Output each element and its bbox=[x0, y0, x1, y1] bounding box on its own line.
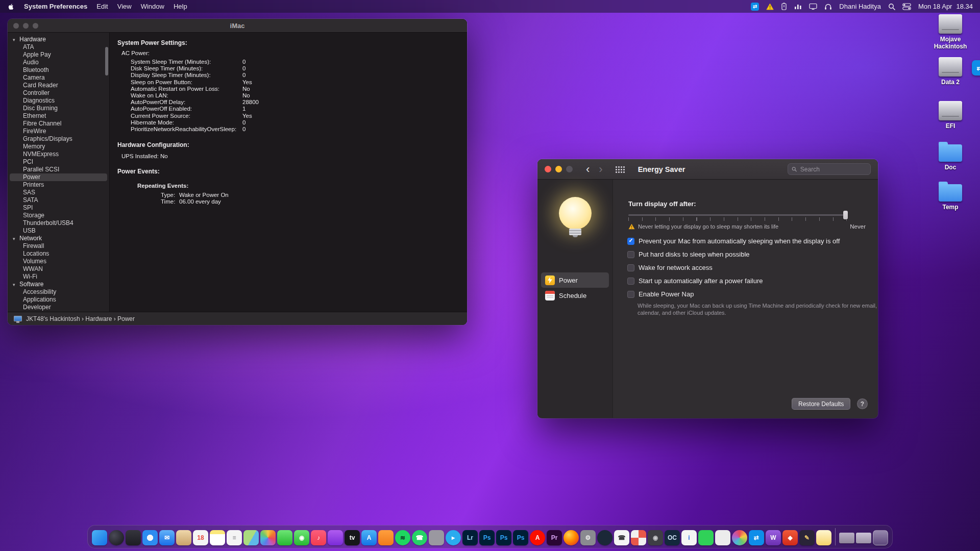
slider-track[interactable] bbox=[628, 214, 847, 216]
dock-icon[interactable] bbox=[835, 528, 836, 545]
checkbox[interactable] bbox=[627, 264, 634, 271]
help-button[interactable]: ? bbox=[857, 398, 868, 409]
dock-icon[interactable] bbox=[429, 530, 444, 545]
sidebar-item[interactable]: Disc Burning bbox=[10, 105, 107, 112]
sidebar-item[interactable]: FireWire bbox=[10, 128, 107, 135]
dock-icon[interactable]: ☎ bbox=[412, 530, 427, 545]
dock-icon[interactable]: 18 bbox=[193, 530, 208, 545]
dock-icon[interactable]: Ps bbox=[513, 530, 528, 545]
backup-status-icon[interactable] bbox=[781, 2, 787, 11]
sidebar-item[interactable]: SATA bbox=[10, 196, 107, 204]
dock-icon[interactable] bbox=[176, 530, 191, 545]
display-off-slider[interactable] bbox=[628, 212, 847, 222]
disclosure-triangle-icon[interactable]: ▾ bbox=[13, 36, 19, 43]
sidebar-item[interactable]: Storage bbox=[10, 212, 107, 219]
dock-icon[interactable] bbox=[328, 530, 343, 545]
spotlight-icon[interactable] bbox=[888, 2, 895, 11]
menu-item[interactable]: Window bbox=[141, 3, 164, 10]
sidebar-item[interactable]: Diagnostics bbox=[10, 97, 107, 105]
back-button[interactable]: ‹ bbox=[586, 164, 590, 174]
sidebar-item[interactable]: Printers bbox=[10, 181, 107, 189]
sidebar-item[interactable]: Power bbox=[10, 173, 107, 181]
sidebar-item[interactable]: NVMExpress bbox=[10, 151, 107, 158]
sidebar-item[interactable]: Fibre Channel bbox=[10, 120, 107, 128]
sidebar-item[interactable]: ATA bbox=[10, 43, 107, 51]
checkbox[interactable] bbox=[627, 278, 634, 285]
dock-icon[interactable] bbox=[277, 530, 292, 545]
sidebar-item[interactable]: ▾Hardware bbox=[10, 36, 107, 43]
zoom-button[interactable] bbox=[33, 23, 38, 29]
dock-icon[interactable]: A bbox=[361, 530, 377, 545]
dock-icon[interactable]: Ps bbox=[479, 530, 495, 545]
checkbox[interactable] bbox=[627, 251, 634, 258]
sidebar-item[interactable]: Audio bbox=[10, 59, 107, 66]
dock-icon[interactable]: ✉ bbox=[159, 530, 175, 545]
dock-icon[interactable]: ◉ bbox=[294, 530, 309, 545]
search-input[interactable] bbox=[799, 165, 867, 173]
desktop-icon[interactable]: Temp bbox=[926, 182, 975, 211]
energy-titlebar[interactable]: ‹ › Energy Saver bbox=[537, 159, 878, 180]
dock-icon[interactable]: ♪ bbox=[311, 530, 326, 545]
menubar-username[interactable]: Dhani Haditya bbox=[839, 3, 881, 10]
dock-icon[interactable]: ≡ bbox=[227, 530, 242, 545]
dock-icon[interactable] bbox=[92, 530, 107, 545]
sidebar-item[interactable]: WWAN bbox=[10, 265, 107, 273]
forward-button[interactable]: › bbox=[599, 164, 602, 174]
dock-icon[interactable] bbox=[631, 530, 646, 545]
dock-icon[interactable] bbox=[564, 530, 579, 545]
dock-icon[interactable]: ◉ bbox=[648, 530, 663, 545]
sidebar-item[interactable]: Controller bbox=[10, 89, 107, 97]
sidebar-item[interactable]: Developer bbox=[10, 304, 107, 311]
checkbox-row[interactable]: Wake for network access bbox=[627, 262, 840, 273]
dock-icon[interactable]: ⚙ bbox=[580, 530, 596, 545]
dock-icon[interactable] bbox=[597, 530, 612, 545]
slider-thumb[interactable] bbox=[843, 211, 848, 219]
sidebar-item[interactable]: Card Reader bbox=[10, 82, 107, 89]
dock-icon[interactable] bbox=[698, 530, 714, 545]
dock-icon[interactable]: tv bbox=[345, 530, 360, 545]
activity-status-icon[interactable] bbox=[794, 2, 802, 11]
dock-icon[interactable] bbox=[109, 530, 124, 545]
zoom-button[interactable] bbox=[566, 166, 573, 172]
dock-icon[interactable]: Lr bbox=[462, 530, 478, 545]
headphones-status-icon[interactable] bbox=[824, 2, 832, 11]
sidebar-item[interactable]: Wi-Fi bbox=[10, 273, 107, 281]
dock-icon[interactable] bbox=[732, 530, 747, 545]
menu-item[interactable]: View bbox=[117, 3, 132, 10]
app-menu-title[interactable]: System Preferences bbox=[24, 3, 87, 10]
dock-icon[interactable] bbox=[839, 533, 854, 543]
display-status-icon[interactable] bbox=[809, 2, 817, 11]
dock-icon[interactable] bbox=[856, 533, 871, 543]
minimize-button[interactable] bbox=[555, 166, 562, 172]
dock-icon[interactable]: A bbox=[530, 530, 545, 545]
desktop-icon-image[interactable] bbox=[939, 57, 962, 77]
desktop-icon[interactable]: Data 2 bbox=[926, 57, 975, 86]
dock-icon[interactable]: ⇄ bbox=[749, 530, 764, 545]
desktop-icon[interactable]: EFI bbox=[926, 101, 975, 130]
dock-icon[interactable] bbox=[378, 530, 394, 545]
menu-item[interactable]: Help bbox=[174, 3, 187, 10]
sidebar-item[interactable]: Thunderbolt/USB4 bbox=[10, 219, 107, 227]
dock-icon[interactable]: Pr bbox=[547, 530, 562, 545]
sidebar-item[interactable]: Volumes bbox=[10, 258, 107, 265]
sidebar-item[interactable]: Firewall bbox=[10, 242, 107, 250]
disclosure-triangle-icon[interactable]: ▾ bbox=[13, 281, 19, 288]
sidebar-scrollbar[interactable] bbox=[105, 47, 108, 76]
sidebar-item[interactable]: Memory bbox=[10, 143, 107, 151]
sidebar-item[interactable]: USB bbox=[10, 227, 107, 235]
sidebar-item[interactable]: Applications bbox=[10, 296, 107, 304]
sidebar-item[interactable]: Bluetooth bbox=[10, 66, 107, 74]
desktop-icon-image[interactable] bbox=[939, 184, 962, 202]
dock-icon[interactable] bbox=[126, 530, 141, 545]
checkbox-row[interactable]: Start up automatically after a power fai… bbox=[627, 276, 840, 286]
dock-icon[interactable]: i bbox=[681, 530, 697, 545]
sidebar-item[interactable]: Ethernet bbox=[10, 112, 107, 120]
dock-icon[interactable]: ☎ bbox=[614, 530, 629, 545]
disclosure-triangle-icon[interactable]: ▾ bbox=[13, 235, 19, 242]
dock-icon[interactable] bbox=[210, 530, 225, 545]
desktop-icon-image[interactable] bbox=[939, 144, 962, 162]
sidebar-item[interactable]: Disabled Software bbox=[10, 311, 107, 312]
dock-icon[interactable] bbox=[816, 530, 831, 545]
dock-icon[interactable]: W bbox=[766, 530, 781, 545]
sidebar-item[interactable]: PCI bbox=[10, 158, 107, 166]
